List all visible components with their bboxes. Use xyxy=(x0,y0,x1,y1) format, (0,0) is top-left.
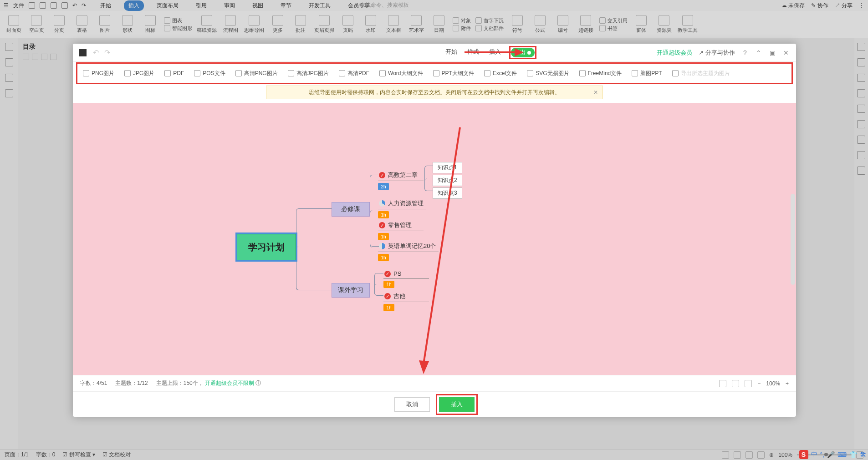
tab-start[interactable]: 开始 xyxy=(96,0,116,11)
close-icon[interactable]: ✕ xyxy=(782,49,790,56)
root-node[interactable]: 学习计划 xyxy=(237,234,296,260)
rail-search-icon[interactable] xyxy=(5,89,13,97)
tb-print-icon[interactable] xyxy=(51,2,57,9)
view1-icon[interactable] xyxy=(722,451,729,459)
symbol-icon[interactable] xyxy=(512,15,523,26)
more-icon2[interactable] xyxy=(272,15,283,26)
rail-bookmark-icon[interactable] xyxy=(5,74,13,82)
rr-1[interactable] xyxy=(857,43,865,51)
link-icon[interactable] xyxy=(580,15,591,26)
maximize-icon[interactable]: ▣ xyxy=(769,49,776,56)
tab-chapter[interactable]: 章节 xyxy=(276,0,296,11)
crossref-icon[interactable] xyxy=(599,17,606,24)
tab-dev[interactable]: 开发工具 xyxy=(304,0,335,11)
number-icon[interactable] xyxy=(557,15,568,26)
rail-doc-icon[interactable] xyxy=(5,43,13,51)
exp-png[interactable]: PNG图片 xyxy=(83,70,114,77)
tb-preview-icon[interactable] xyxy=(61,2,68,9)
exp-hqpng[interactable]: 高清PNG图片 xyxy=(235,70,278,77)
rr-2[interactable] xyxy=(857,58,865,66)
toc-btn1[interactable] xyxy=(23,54,29,60)
cancel-button[interactable]: 取消 xyxy=(394,397,430,412)
fit-icon[interactable]: ⊕ xyxy=(769,452,774,458)
collab-label[interactable]: ✎ 协作 xyxy=(811,2,828,10)
header-icon[interactable] xyxy=(319,15,330,26)
exp-hqjpg[interactable]: 高清JPG图片 xyxy=(288,70,329,77)
exp-freemind[interactable]: FreeMind文件 xyxy=(579,70,622,77)
branch-extra[interactable]: 课外学习 xyxy=(332,283,370,298)
dlg-redo-icon[interactable]: ↷ xyxy=(104,48,110,57)
share-link[interactable]: ↗ 分享与协作 xyxy=(699,49,735,57)
form-icon[interactable] xyxy=(636,15,647,26)
notice-close-icon[interactable]: ✕ xyxy=(593,89,598,96)
pagebreak-icon[interactable] xyxy=(54,15,65,26)
undo-icon[interactable]: ↶ xyxy=(72,2,77,9)
ime-logo-icon[interactable]: S xyxy=(799,450,808,459)
dlg-zoomin-icon[interactable]: + xyxy=(786,380,789,387)
bookmark-icon[interactable] xyxy=(599,25,606,31)
shape-icon[interactable] xyxy=(122,15,133,26)
status-doccheck[interactable]: ☑ 文档校对 xyxy=(102,451,131,459)
canvas-scrollbar[interactable] xyxy=(791,194,795,285)
rr-3[interactable] xyxy=(857,74,865,82)
ime-cn[interactable]: 中 xyxy=(811,450,817,459)
dlg-frame-icon[interactable] xyxy=(745,380,752,387)
view2-icon[interactable] xyxy=(734,451,741,459)
dlg-locate-icon[interactable] xyxy=(719,380,726,387)
dlg-undo-icon[interactable]: ↶ xyxy=(93,48,99,57)
cover-icon[interactable] xyxy=(8,15,19,26)
chart-icon[interactable] xyxy=(164,17,170,24)
rr-8[interactable] xyxy=(857,151,865,159)
watermark-icon[interactable] xyxy=(365,15,376,26)
paper-icon[interactable] xyxy=(201,15,212,26)
exp-brainppt[interactable]: 脑图PPT xyxy=(632,70,662,77)
status-spell[interactable]: ☑ 拼写检查 ▾ xyxy=(62,451,95,459)
rr-4[interactable] xyxy=(857,89,865,97)
exp-excel[interactable]: Excel文件 xyxy=(484,70,517,77)
vip-link[interactable]: 开通超级会员 xyxy=(657,49,692,57)
rr-7[interactable] xyxy=(857,136,865,144)
ime-mic-icon[interactable]: 🎤 xyxy=(827,451,835,458)
tab-layout[interactable]: 页面布局 xyxy=(152,0,183,11)
tb-new-icon[interactable] xyxy=(29,2,35,9)
ime-punct-icon[interactable]: °, xyxy=(820,451,825,458)
mindmap-icon[interactable] xyxy=(249,15,260,26)
toc-btn2[interactable] xyxy=(32,54,38,60)
flowchart-icon[interactable] xyxy=(225,15,236,26)
exp-jpg[interactable]: JPG图片 xyxy=(124,70,154,77)
date-icon[interactable] xyxy=(434,15,444,26)
rr-9[interactable] xyxy=(857,167,865,175)
image-icon[interactable] xyxy=(99,15,110,26)
exp-word[interactable]: Word大纲文件 xyxy=(379,70,423,77)
view4-icon[interactable] xyxy=(757,451,765,459)
exp-hqpdf[interactable]: 高清PDF xyxy=(339,70,369,77)
ime-tool-icon[interactable]: 🛠 xyxy=(860,451,866,458)
view3-icon[interactable] xyxy=(745,451,753,459)
iconset-icon[interactable] xyxy=(145,15,156,26)
dropcap-icon[interactable] xyxy=(475,17,482,24)
teach-icon[interactable] xyxy=(682,15,693,26)
exp-pos[interactable]: POS文件 xyxy=(194,70,225,77)
collapse-icon[interactable]: ⌃ xyxy=(755,49,762,56)
blank-icon[interactable] xyxy=(31,15,42,26)
smartart-icon[interactable] xyxy=(164,25,170,31)
ime-skin-icon[interactable]: 👕 xyxy=(849,451,857,458)
toc-btn4[interactable] xyxy=(50,54,56,60)
more-icon[interactable]: ⋮ xyxy=(859,2,864,9)
resource-icon[interactable] xyxy=(659,15,669,26)
tb-open-icon[interactable] xyxy=(40,2,46,9)
ime-keyboard-icon[interactable]: ⌨ xyxy=(837,451,847,458)
attach-icon[interactable] xyxy=(453,25,459,31)
toc-btn3[interactable] xyxy=(41,54,47,60)
tab-view[interactable]: 视图 xyxy=(248,0,268,11)
rr-6[interactable] xyxy=(857,120,865,128)
share-label[interactable]: ↗ 分享 xyxy=(835,2,853,10)
dlg-zoomout-icon[interactable]: − xyxy=(757,380,761,387)
file-menu[interactable]: 文件 xyxy=(13,2,24,10)
search-input[interactable]: 查找命令、搜索模板 xyxy=(360,1,409,9)
pagenum-icon[interactable] xyxy=(342,15,353,26)
exp-ppt[interactable]: PPT大纲文件 xyxy=(433,70,474,77)
dlg-eye-icon[interactable] xyxy=(732,380,739,387)
wordart-icon[interactable] xyxy=(411,15,422,26)
help-icon[interactable]: ? xyxy=(741,49,749,56)
